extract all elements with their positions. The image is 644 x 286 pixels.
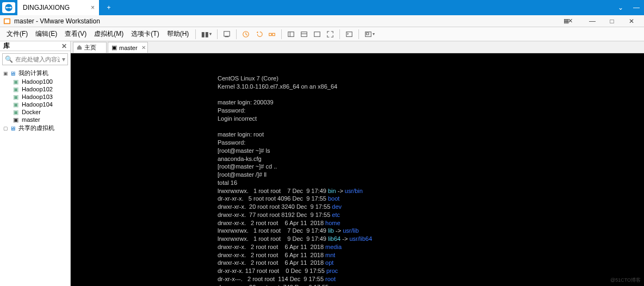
vmware-title-bar: master - VMware Workstation ▦✕ — □ ✕ [0,15,644,27]
search-icon: 🔍 [5,55,13,63]
vm-terminal[interactable]: CentOS Linux 7 (Core) Kernel 3.10.0-1160… [71,53,644,286]
vm-icon: ▣ [13,109,20,115]
window-maximize-button[interactable]: □ [603,17,621,25]
window-minimize-button[interactable]: — [583,17,602,25]
layout-1-icon[interactable] [285,29,297,39]
console-icon[interactable] [343,29,355,39]
tree-item-master[interactable]: ▣master [0,116,70,123]
session-tab-title: DINGJIAXIONG [23,4,70,11]
close-tab-icon[interactable]: ✕ [141,45,146,51]
library-label: 库 [3,41,10,51]
tab-master[interactable]: ▣ master ✕ [108,42,148,53]
vm-tab-icon: ▣ [112,44,117,51]
session-tab[interactable]: DINGJIAXIONG × [17,0,99,15]
library-search[interactable]: 🔍 ▾ [2,53,68,65]
library-header: 库 ✕ [0,41,70,51]
svg-rect-7 [273,33,275,35]
revert-icon[interactable] [253,29,265,39]
menu-help[interactable]: 帮助(H) [164,28,193,40]
svg-rect-6 [269,33,271,35]
clock-icon[interactable] [240,29,252,39]
vm-running-icon: ▣ [13,116,20,123]
home-icon [77,45,82,51]
teamviewer-logo-icon [2,2,15,13]
tree-item-docker[interactable]: ▣Docker [0,108,70,116]
search-input[interactable] [15,56,60,63]
unity-icon[interactable]: ▾ [362,29,377,39]
new-tab-button[interactable]: + [102,0,115,15]
svg-rect-10 [301,32,307,36]
menu-file[interactable]: 文件(F) [3,28,31,40]
close-tab-icon[interactable]: × [91,4,95,11]
menu-view[interactable]: 查看(V) [61,28,90,40]
svg-rect-12 [314,32,320,36]
layout-3-icon[interactable] [311,29,323,39]
tab-home[interactable]: 主页 [73,42,107,53]
library-tree: ▣🖥我的计算机 ▣Hadoop100 ▣Hadoop102 ▣Hadoop103… [0,67,70,134]
teamviewer-bar: DINGJIAXIONG × + ⌄ — [0,0,644,15]
content-area: 主页 ▣ master ✕ CentOS Linux 7 (Core) Kern… [71,41,644,286]
svg-rect-4 [225,36,229,37]
snapshot-manager-icon[interactable] [266,29,278,39]
tree-item-hadoop103[interactable]: ▣Hadoop103 [0,93,70,101]
workspace: 库 ✕ 🔍 ▾ ▣🖥我的计算机 ▣Hadoop100 ▣Hadoop102 ▣H… [0,41,644,286]
svg-rect-8 [288,32,294,36]
fullscreen-icon[interactable] [324,29,336,39]
tree-item-hadoop100[interactable]: ▣Hadoop100 [0,78,70,85]
tree-shared-vms[interactable]: ▢🖥共享的虚拟机 [0,123,70,133]
watermark: @51CTO博客 [610,277,641,284]
vm-icon: ▣ [13,94,20,100]
vm-icon: ▣ [13,78,20,85]
library-sidebar: 库 ✕ 🔍 ▾ ▣🖥我的计算机 ▣Hadoop100 ▣Hadoop102 ▣H… [0,41,71,286]
snapshot-icon[interactable] [221,29,233,39]
minimize-remote-icon[interactable]: — [633,4,640,11]
vm-icon: ▣ [13,86,20,92]
svg-rect-15 [367,33,369,35]
tree-item-hadoop104[interactable]: ▣Hadoop104 [0,101,70,108]
thumb-grid-icon[interactable]: ▦✕ [558,17,577,25]
vmware-app-icon [3,17,11,25]
tree-my-computer[interactable]: ▣🖥我的计算机 [0,69,70,78]
svg-rect-13 [346,32,352,36]
menu-tabs[interactable]: 选项卡(T) [128,28,162,40]
search-dropdown-icon[interactable]: ▾ [62,55,65,63]
menu-bar: 文件(F) 编辑(E) 查看(V) 虚拟机(M) 选项卡(T) 帮助(H) ▮▮… [0,27,644,41]
shared-icon: 🖥 [10,125,16,132]
vm-icon: ▣ [13,101,20,108]
layout-2-icon[interactable] [298,29,310,39]
vmware-window-title: master - VMware Workstation [14,17,100,25]
menu-vm[interactable]: 虚拟机(M) [91,28,127,40]
svg-rect-2 [5,19,10,23]
window-close-button[interactable]: ✕ [622,17,641,25]
tree-item-hadoop102[interactable]: ▣Hadoop102 [0,85,70,93]
computer-icon: 🖥 [10,70,16,77]
dropdown-icon[interactable]: ⌄ [618,4,623,11]
power-pause-button[interactable]: ▮▮▾ [199,29,214,39]
svg-rect-3 [224,31,230,36]
content-tab-bar: 主页 ▣ master ✕ [71,41,644,53]
close-panel-icon[interactable]: ✕ [61,42,67,50]
menu-edit[interactable]: 编辑(E) [32,28,60,40]
